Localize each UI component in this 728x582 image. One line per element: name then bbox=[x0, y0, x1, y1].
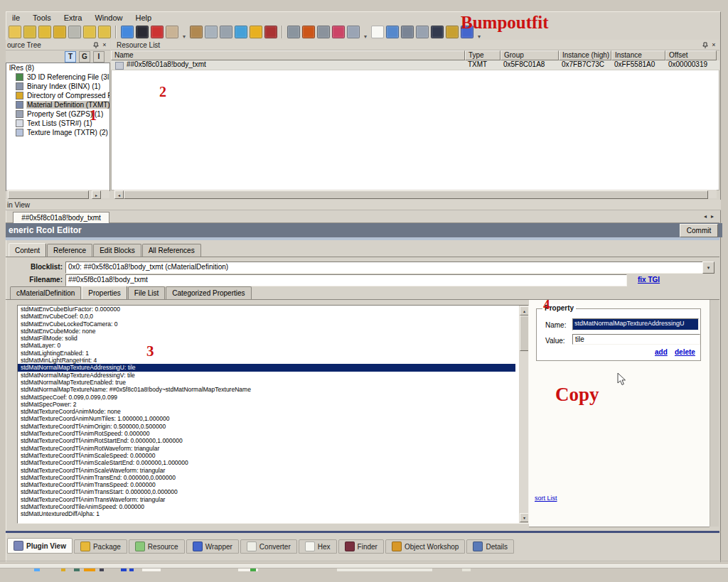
property-row[interactable]: stdMatTextureCoordTfAnimScaleSpeed: 0.00… bbox=[18, 452, 515, 459]
disc-icon[interactable] bbox=[205, 26, 218, 38]
tab-finder[interactable]: Finder bbox=[338, 539, 384, 554]
property-row[interactable]: stdMatTextureCoordTileAnimSpeed: 0.00000… bbox=[18, 503, 515, 510]
toolbar-overflow-icon[interactable]: ▾ bbox=[364, 33, 367, 40]
props-v-scrollbar[interactable]: ▴ ▾ bbox=[519, 306, 528, 523]
property-row[interactable]: stdMatSpecPower: 2 bbox=[18, 401, 515, 408]
tree-root[interactable]: lRes (8) bbox=[6, 63, 109, 72]
save-file-icon[interactable] bbox=[401, 26, 414, 38]
property-row[interactable]: stdMatLightingEnabled: 1 bbox=[18, 350, 515, 357]
close-icon[interactable]: × bbox=[710, 41, 718, 49]
tree-item[interactable]: Directory of Compressed Files (CLS bbox=[6, 91, 109, 100]
detail-tab[interactable]: Categorized Properties bbox=[166, 286, 251, 299]
tree-h-scrollbar-thumb[interactable] bbox=[8, 190, 89, 199]
property-row[interactable]: stdMatTextureCoordTfAnimRotSpeed: 0.0000… bbox=[18, 430, 515, 437]
property-row[interactable]: stdMatTextureCoordTfAnimTransEnd: 0.0000… bbox=[18, 474, 515, 481]
pin-icon[interactable] bbox=[92, 41, 100, 49]
rocket-icon[interactable] bbox=[302, 26, 315, 38]
property-row[interactable]: stdMatEnvCubeLockedToCamera: 0 bbox=[18, 320, 515, 328]
scroll-left-icon[interactable]: ◂ bbox=[114, 190, 124, 199]
blocklist-combobox[interactable]: 0x0: ##0x5f8c01a8!body_txmt (cMaterialDe… bbox=[65, 262, 708, 274]
cancel-icon[interactable] bbox=[431, 26, 444, 38]
save-package-icon[interactable] bbox=[23, 26, 36, 38]
column-header[interactable]: Name bbox=[111, 50, 465, 60]
menu-item[interactable]: Help bbox=[129, 14, 159, 22]
doc-tab[interactable]: ##0x5f8c01a8!body_txmt bbox=[13, 212, 109, 223]
name-input[interactable]: stdMatNormalMapTextureAddressingU bbox=[572, 318, 699, 330]
people-icon[interactable] bbox=[332, 26, 345, 38]
property-row[interactable]: stdMatNormalMapTextureEnabled: true bbox=[18, 379, 515, 386]
toolbar-icon[interactable] bbox=[115, 26, 117, 38]
menu-item[interactable]: Tools bbox=[26, 14, 58, 22]
bomb-icon[interactable] bbox=[136, 26, 149, 38]
scroll-right-icon[interactable]: ▸ bbox=[92, 190, 101, 199]
toolbar-icon[interactable] bbox=[282, 26, 283, 38]
column-header[interactable]: Instance (high) bbox=[559, 50, 611, 60]
tree-item[interactable]: Binary Index (BINX) (1) bbox=[6, 82, 109, 91]
journal-icon[interactable] bbox=[264, 26, 277, 38]
property-row[interactable]: stdMatNormalMapTextureAddressingU: tile bbox=[18, 364, 515, 371]
property-row[interactable]: stdMatEnvCubeMode: none bbox=[18, 328, 515, 335]
property-row[interactable]: stdMatSpecCoef: 0.099,0.099,0.099 bbox=[18, 394, 515, 401]
close-icon[interactable]: × bbox=[100, 41, 109, 49]
editor-tab[interactable]: Reference bbox=[47, 244, 92, 257]
property-row[interactable]: stdMatTextureCoordTfAnimScaleStartEnd: 0… bbox=[18, 459, 515, 466]
property-row[interactable]: stdMatTextureCoordTfAnimTransSpeed: 0.00… bbox=[18, 481, 515, 488]
user-icon[interactable] bbox=[347, 26, 360, 38]
editor-tab[interactable]: Content bbox=[9, 243, 46, 257]
link-icon[interactable] bbox=[220, 26, 232, 38]
notes-icon[interactable] bbox=[83, 26, 96, 38]
scroll-down-icon[interactable]: ▾ bbox=[520, 513, 529, 522]
close-package-icon[interactable] bbox=[53, 26, 66, 38]
tgi-filter-button[interactable]: T bbox=[65, 51, 76, 63]
tree-item[interactable]: 3D ID Referencing File (3IDR) (1) bbox=[6, 72, 109, 82]
box-icon[interactable] bbox=[190, 26, 203, 38]
property-row[interactable]: stdMatLayer: 0 bbox=[18, 342, 515, 349]
scroll-up-icon[interactable]: ▴ bbox=[520, 306, 529, 316]
workshop-lamp-icon[interactable] bbox=[446, 26, 459, 38]
delete-link[interactable]: delete bbox=[675, 348, 695, 356]
tab-wrapper[interactable]: Wrapper bbox=[186, 539, 239, 554]
chevron-down-icon[interactable]: ▾ bbox=[702, 262, 714, 274]
property-row[interactable]: stdMatTextureCoordAnimMode: none bbox=[18, 408, 515, 415]
editor-tab[interactable]: Edit Blocks bbox=[93, 244, 141, 257]
open-package-icon[interactable] bbox=[9, 26, 21, 38]
list-h-scrollbar[interactable]: ◂ bbox=[114, 190, 717, 198]
property-row[interactable]: stdMatTextureCoordTfAnimRotStartEnd: 0.0… bbox=[18, 437, 515, 444]
refresh-icon[interactable] bbox=[121, 26, 134, 38]
save-edit-icon[interactable] bbox=[416, 26, 429, 38]
sort-list-link[interactable]: sort List bbox=[535, 495, 557, 502]
menu-item[interactable]: ile bbox=[6, 14, 26, 22]
open-file-icon[interactable] bbox=[386, 26, 399, 38]
property-row[interactable]: stdMatNormalMapTextureName: ##0x5f8c01a8… bbox=[18, 386, 515, 393]
property-row[interactable]: stdMatTextureCoordAnimNumTiles: 1.000000… bbox=[18, 415, 515, 422]
add-link[interactable]: add bbox=[655, 348, 668, 356]
filename-input[interactable]: ##0x5f8c01a8!body_txmt bbox=[65, 274, 627, 286]
right-splitter[interactable] bbox=[710, 300, 719, 527]
detail-tab[interactable]: cMaterialDefinition bbox=[10, 286, 81, 299]
cut-icon[interactable] bbox=[287, 26, 300, 38]
new-file-icon[interactable] bbox=[371, 26, 384, 38]
tgi-filter-button[interactable]: G bbox=[79, 51, 90, 63]
comment-icon[interactable] bbox=[68, 26, 81, 38]
commit-button[interactable]: Commit bbox=[680, 224, 718, 237]
property-row[interactable]: stdMatUntexturedDiffAlpha: 1 bbox=[18, 510, 515, 517]
property-row[interactable]: stdMatMinLightRangeHint: 4 bbox=[18, 357, 515, 364]
property-row[interactable]: stdMatTextureCoordTfAnimScaleWaveform: t… bbox=[18, 467, 515, 474]
tab-hex[interactable]: Hex bbox=[299, 539, 337, 554]
column-header[interactable]: Instance bbox=[611, 50, 665, 60]
resource-row[interactable]: ##0x5f8c01a8!body_txmt TXMT 0x5F8C01A8 0… bbox=[111, 60, 719, 70]
value-input[interactable]: tile bbox=[572, 334, 700, 345]
property-row[interactable]: stdMatEnvCubeCoef: 0,0,0 bbox=[18, 313, 515, 320]
blocks-icon[interactable] bbox=[235, 26, 247, 38]
column-header[interactable]: Type bbox=[465, 50, 500, 60]
notes-alt-icon[interactable] bbox=[98, 26, 111, 38]
dart-icon[interactable] bbox=[151, 26, 164, 38]
tab-scroll-left-icon[interactable]: ◂ bbox=[704, 213, 707, 220]
pin-icon[interactable] bbox=[701, 41, 710, 49]
tree-item[interactable]: Texture Image (TXTR) (2) bbox=[6, 128, 109, 137]
property-row[interactable]: stdMatEnvCubeBlurFactor: 0.000000 bbox=[18, 306, 515, 313]
tgi-filter-button[interactable]: I bbox=[93, 51, 105, 63]
property-row[interactable]: stdMatTextureCoordTfAnimTransStart: 0.00… bbox=[18, 488, 515, 495]
tab-plugin-view[interactable]: Plugin View bbox=[7, 538, 73, 554]
property-row[interactable]: stdMatFillMode: solid bbox=[18, 335, 515, 342]
